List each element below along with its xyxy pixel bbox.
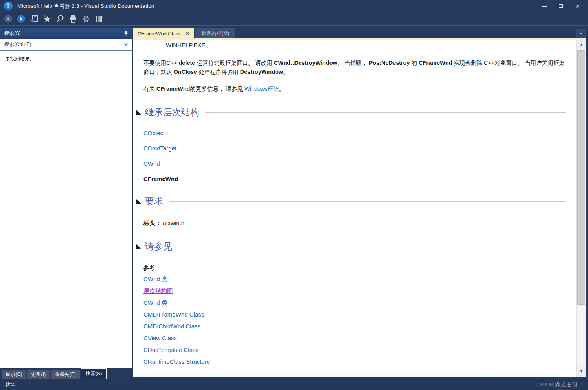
vertical-scrollbar[interactable]: ▲ ▼ [576, 40, 586, 377]
section-title: 要求 [145, 194, 163, 209]
tab-favorites[interactable]: 收藏夹(F) [51, 370, 79, 379]
tab-cframewnd-class[interactable]: CFrameWnd Class ✕ [133, 28, 194, 38]
search-pane-title: 搜索(S) [4, 30, 21, 37]
tab-close-icon[interactable]: ✕ [186, 31, 189, 36]
search-results-area: 未找到结果。 [0, 51, 132, 368]
requirements-label: 标头： [143, 220, 161, 226]
pin-button[interactable] [123, 31, 129, 38]
hierarchy-list: CObjectCCmdTargetCWndCFrameWnd [136, 129, 566, 183]
bold-term: delete [178, 60, 195, 66]
help-app-icon: ? [4, 2, 13, 11]
minimize-button[interactable] [536, 1, 553, 11]
doc-tab-label: 管理内容(M) [201, 30, 230, 37]
bold-term: CFrameWnd [419, 60, 452, 66]
current-class-label: CFrameWnd [143, 175, 566, 183]
forward-button[interactable] [16, 14, 26, 24]
search-placeholder: 搜索(Ctrl+E) [4, 41, 124, 48]
back-button[interactable] [3, 14, 13, 24]
chevron-down-icon: ▼ [579, 31, 583, 36]
bold-term: OnClose [174, 69, 197, 75]
library-button[interactable] [94, 14, 104, 24]
doc-link[interactable]: CRuntimeClass Structure [143, 358, 566, 365]
document-area: CFrameWnd Class ✕ 管理内容(M) ▼ WINHELP.EXE。… [133, 28, 586, 377]
pane-tab-strip: 目录(C) 索引(I) 收藏夹(F) 搜索(S) [0, 368, 133, 379]
settings-button[interactable]: ⚙ [81, 14, 91, 24]
doc-link[interactable]: CObject [143, 129, 566, 137]
sync-toc-icon [29, 14, 39, 24]
doc-link[interactable]: CCmdTarget [143, 145, 566, 152]
bold-term: CFrameWnd [156, 86, 190, 92]
library-books-icon [94, 14, 104, 24]
bold-term: PostNcDestroy [369, 60, 410, 66]
tab-search[interactable]: 搜索(S) [81, 368, 107, 379]
tab-list-dropdown-button[interactable]: ▼ [576, 29, 586, 38]
copyright-footer: © 2015 Microsoft Corporation。保留所有权利。 [136, 372, 566, 377]
search-input[interactable]: 搜索(Ctrl+E) ✕ [0, 39, 132, 51]
doc-link[interactable]: 层次结构图 [143, 287, 566, 295]
clipped-paragraph: WINHELP.EXE。 [166, 40, 566, 50]
settings-gear-icon: ⚙ [83, 15, 90, 23]
status-bar: 就绪 CSDN @文君呀！ [0, 379, 588, 390]
search-pane-header: 搜索(S) [0, 28, 132, 39]
search-pane: 搜索(S) 搜索(Ctrl+E) ✕ 未找到结果。 [0, 28, 132, 368]
section-title: 继承层次结构 [145, 106, 199, 120]
paragraph-more-info: 有关 CFrameWnd的更多信息， 请参见 Windows框架。 [143, 84, 566, 93]
sync-toc-button[interactable] [29, 14, 39, 24]
scroll-down-button[interactable]: ▼ [577, 367, 586, 376]
scrollbar-thumb[interactable] [577, 50, 585, 305]
add-favorite-icon [42, 14, 52, 24]
collapse-triangle-icon [136, 199, 141, 204]
text-run: 运算符销毁框架窗口。 请改用 [195, 60, 274, 66]
text-run: 。 [279, 86, 285, 92]
collapse-triangle-icon [136, 110, 141, 115]
no-results-message: 未找到结果。 [5, 56, 35, 62]
doc-link[interactable]: CWnd 类 [143, 299, 566, 306]
title-bar: ? Microsoft Help 查看器 2.3 - Visual Studio… [0, 0, 588, 13]
window-title: Microsoft Help 查看器 2.3 - Visual Studio D… [17, 3, 154, 10]
doc-link[interactable]: CMDIChildWnd Class [143, 322, 566, 330]
search-icon [55, 14, 65, 24]
doc-link[interactable]: CView Class [143, 334, 566, 342]
section-heading-hierarchy[interactable]: 继承层次结构 [136, 106, 566, 120]
minimize-icon [542, 6, 547, 7]
doc-link[interactable]: CDocTemplate Class [143, 346, 566, 353]
section-title: 请参见 [145, 240, 172, 254]
print-icon [68, 14, 78, 24]
maximize-button[interactable] [553, 1, 569, 11]
close-icon: ✕ [575, 4, 580, 9]
requirements-value: afxwin.h [163, 220, 184, 226]
text-run: 的更多信息， 请参见 [190, 86, 244, 92]
document-content: WINHELP.EXE。 不要使用C++ delete 运算符销毁框架窗口。 请… [133, 40, 586, 377]
see-also-list: CWnd 类层次结构图CWnd 类CMDIFrameWnd ClassCMDIC… [136, 275, 566, 365]
see-also-group-label: 参考 [143, 264, 566, 272]
clear-search-icon[interactable]: ✕ [124, 42, 128, 48]
doc-inline-link[interactable]: Windows框架 [244, 86, 279, 92]
text-run: 。 [283, 69, 289, 75]
scroll-up-icon: ▲ [579, 41, 584, 48]
text-run: 有关 [143, 86, 156, 92]
bold-term: DestroyWindow [240, 69, 283, 75]
section-heading-requirements[interactable]: 要求 [136, 194, 566, 209]
tab-contents[interactable]: 目录(C) [2, 370, 26, 379]
scroll-up-button[interactable]: ▲ [577, 40, 586, 49]
doc-link[interactable]: CMDIFrameWnd Class [143, 311, 566, 318]
collapse-triangle-icon [136, 244, 141, 249]
close-button[interactable]: ✕ [569, 1, 586, 11]
text-run: 。 当销毁， [337, 60, 369, 66]
scroll-down-icon: ▼ [579, 368, 584, 375]
document-tab-strip: CFrameWnd Class ✕ 管理内容(M) ▼ [133, 28, 586, 38]
doc-link[interactable]: CWnd 类 [143, 275, 566, 283]
print-button[interactable] [68, 14, 78, 24]
heading-rule [169, 201, 566, 202]
tab-manage-content[interactable]: 管理内容(M) [195, 28, 236, 38]
section-heading-see-also[interactable]: 请参见 [136, 240, 566, 254]
toolbar: ⚙ [0, 13, 588, 26]
text-run: 不要使用C++ [143, 60, 178, 66]
text-run: 的 [410, 60, 419, 66]
add-favorite-button[interactable] [42, 14, 52, 24]
forward-icon [17, 14, 26, 24]
doc-link[interactable]: CWnd [143, 160, 566, 167]
tab-index[interactable]: 索引(I) [27, 370, 50, 379]
search-button[interactable] [55, 14, 65, 24]
heading-rule [205, 112, 566, 113]
